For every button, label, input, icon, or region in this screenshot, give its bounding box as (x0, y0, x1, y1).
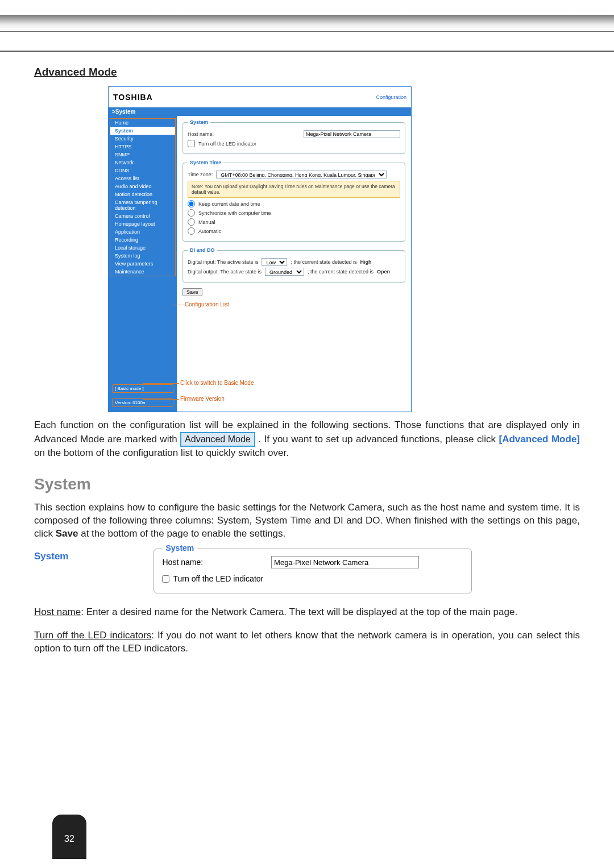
sidebar-item-view-params[interactable]: View parameters (110, 260, 175, 268)
tz-label: Time zone: (188, 172, 213, 177)
intro-paragraph: Each function on the configuration list … (34, 419, 580, 459)
di-state: High (360, 259, 371, 265)
do-pre: Digital output: The active state is (188, 269, 262, 275)
sidebar-item-home[interactable]: Home (110, 119, 175, 127)
page-top-rule (0, 51, 614, 52)
callout-line-firmware (143, 399, 179, 400)
di-post: ; the current state detected is (291, 259, 356, 265)
brand-logo: TOSHIBA (113, 93, 153, 102)
system-heading: System (34, 475, 580, 493)
host-name-label: Host name: (188, 131, 214, 137)
section-heading: Advanced Mode (34, 66, 580, 78)
dido-legend: DI and DO (188, 247, 217, 253)
callout-firmware: Firmware Version (180, 396, 225, 402)
detail-legend: System (162, 543, 197, 553)
sidebar-item-accesslist[interactable]: Access list (110, 175, 175, 182)
sidebar-item-motion[interactable]: Motion detection (110, 190, 175, 198)
advanced-mode-link: [Advanced Mode] (499, 434, 580, 445)
sidebar-item-local-storage[interactable]: Local storage (110, 244, 175, 252)
timezone-select[interactable]: GMT+08:00 Beijing, Chongqing, Hong Kong,… (216, 171, 387, 178)
dst-note: Note: You can upload your Daylight Savin… (188, 181, 400, 198)
do-state: Open (377, 269, 390, 275)
di-select[interactable]: Low (262, 258, 287, 266)
led-checkbox[interactable] (188, 140, 195, 147)
system-detail-box: System Host name: Turn off the LED indic… (154, 549, 472, 593)
led-paragraph: Turn off the LED indicators: If you do n… (34, 629, 580, 655)
system-time-fieldset: System Time Time zone: GMT+08:00 Beijing… (182, 160, 405, 242)
page-top-gradient (0, 15, 614, 32)
page-number: 32 (52, 815, 86, 859)
save-button[interactable]: Save (182, 288, 202, 296)
breadcrumb: >System (109, 107, 411, 116)
page-content: Advanced Mode TOSHIBA Configuration >Sys… (34, 66, 580, 655)
radio-manual[interactable] (188, 218, 195, 226)
radio-manual-label: Manual (198, 219, 215, 225)
sidebar-highlight-frame: Home System Security HTTPS SNMP Network … (110, 118, 176, 276)
led-label: Turn off the LED indicator (198, 141, 256, 147)
sidebar-item-homepage-layout[interactable]: Homepage layout (110, 220, 175, 228)
sidebar-item-system[interactable]: System (110, 127, 175, 135)
main-panel: System Host name: Turn off the LED indic… (177, 116, 411, 412)
callout-line-config (173, 305, 185, 305)
sidebar-item-audio-video[interactable]: Audio and video (110, 182, 175, 190)
system-legend: System (188, 119, 210, 125)
system-paragraph: This section explains how to configure t… (34, 501, 580, 541)
sidebar-item-recording[interactable]: Recording (110, 236, 175, 244)
sidebar-item-ddns[interactable]: DDNS (110, 167, 175, 175)
detail-host-label: Host name: (162, 558, 203, 567)
sidebar-item-network[interactable]: Network (110, 159, 175, 167)
firmware-version-label: Version: 0100a (112, 398, 173, 407)
do-post: ; the current state detected is (308, 269, 374, 275)
config-screenshot: TOSHIBA Configuration >System Home Syste… (108, 86, 412, 412)
dido-fieldset: DI and DO Digital input: The active stat… (182, 247, 405, 283)
detail-led-label: Turn off the LED indicator (173, 574, 263, 583)
sidebar-item-https[interactable]: HTTPS (110, 143, 175, 151)
host-name-paragraph: Host name: Enter a desired name for the … (34, 606, 580, 619)
radio-auto-label: Automatic (198, 229, 221, 234)
sidebar-item-tampering[interactable]: Camera tampering detection (110, 198, 175, 212)
do-select[interactable]: Grounded (265, 268, 304, 276)
host-name-input[interactable] (304, 130, 400, 138)
radio-keep[interactable] (188, 200, 195, 207)
callout-line-basic (143, 383, 179, 384)
configuration-link[interactable]: Configuration (376, 94, 406, 100)
radio-keep-label: Keep current date and time (198, 201, 260, 207)
basic-mode-button[interactable]: [ Basic mode ] (112, 384, 173, 393)
sidebar-item-camera-control[interactable]: Camera control (110, 212, 175, 220)
callout-config-list: Configuration List (185, 301, 229, 308)
radio-sync[interactable] (188, 209, 195, 217)
radio-auto[interactable] (188, 227, 195, 235)
detail-led-checkbox[interactable] (162, 575, 169, 583)
system-fieldset: System Host name: Turn off the LED indic… (182, 119, 405, 154)
sidebar-item-system-log[interactable]: System log (110, 252, 175, 260)
advanced-mode-badge: Advanced Mode (180, 432, 255, 447)
sidebar: Home System Security HTTPS SNMP Network … (109, 116, 177, 412)
sidebar-item-snmp[interactable]: SNMP (110, 151, 175, 159)
system-subheading: System (34, 551, 68, 562)
sidebar-item-security[interactable]: Security (110, 135, 175, 143)
sidebar-item-maintenance[interactable]: Maintenance (110, 268, 175, 276)
di-pre: Digital input: The active state is (188, 259, 258, 265)
screenshot-header: TOSHIBA Configuration (109, 87, 411, 107)
detail-host-input[interactable] (271, 556, 419, 568)
radio-sync-label: Synchronize with computer time (198, 210, 271, 216)
callout-basic-mode: Click to switch to Basic Mode (180, 380, 254, 386)
sidebar-item-application[interactable]: Application (110, 228, 175, 236)
system-time-legend: System Time (188, 160, 223, 165)
